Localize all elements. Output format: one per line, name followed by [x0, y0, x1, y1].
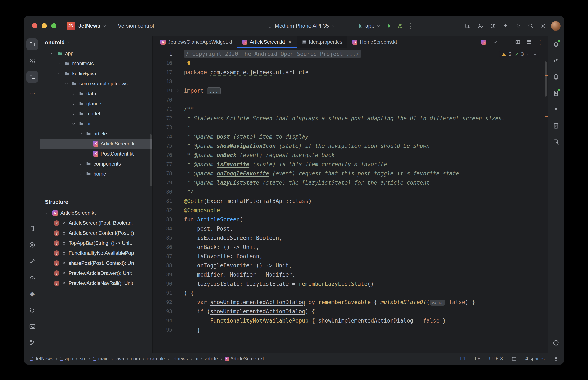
project-tree-item-article[interactable]: article: [41, 129, 152, 139]
tab-articlescreen-kt[interactable]: KArticleScreen.kt×: [237, 36, 297, 48]
line-number[interactable]: 84: [153, 224, 172, 233]
code-line[interactable]: 77 * @param isFavorite (state) is this i…: [153, 160, 547, 169]
project-tree-item-model[interactable]: model: [41, 109, 152, 119]
mirror-device-icon[interactable]: [463, 21, 473, 31]
code-line[interactable]: 89 modifier: Modifier = Modifier,: [153, 270, 547, 279]
tab-idea-properties[interactable]: idea.properties: [297, 36, 347, 48]
find-icon[interactable]: [550, 136, 562, 148]
code-line[interactable]: 87 isFavorite: Boolean,: [153, 252, 547, 261]
project-tree-item-data[interactable]: data: [41, 89, 152, 99]
indent-icon[interactable]: [512, 356, 517, 361]
breadcrumb-example[interactable]: example: [147, 356, 165, 361]
breadcrumb-jetnews[interactable]: jetnews: [172, 356, 188, 361]
running-devices-icon[interactable]: [26, 239, 38, 251]
device-manager-icon[interactable]: [26, 223, 38, 234]
profiler-icon[interactable]: [26, 272, 38, 284]
device-connect-icon[interactable]: [513, 21, 523, 31]
editor-list-icon[interactable]: [503, 38, 510, 46]
line-number[interactable]: 75: [153, 141, 172, 151]
lock-icon[interactable]: [553, 356, 559, 361]
error-stripe-mark[interactable]: [545, 75, 547, 76]
project-tree-item-postcontent-kt[interactable]: KPostContent.kt: [41, 149, 152, 159]
commit-icon[interactable]: [26, 55, 38, 66]
code-line[interactable]: 71/**: [153, 105, 547, 114]
structure-icon[interactable]: [26, 71, 38, 83]
code-line[interactable]: 78 * @param onToggleFavorite (event) req…: [153, 169, 547, 178]
code-line[interactable]: 92 var showUnimplementedActionDialog by …: [153, 298, 547, 307]
breadcrumb-java[interactable]: java: [115, 356, 124, 361]
line-number[interactable]: 80: [153, 187, 172, 196]
code-line[interactable]: 72 * Stateless Article Screen that displ…: [153, 114, 547, 123]
app-insights-icon[interactable]: [550, 120, 562, 132]
app-quality-insights-icon[interactable]: ◆: [26, 288, 38, 300]
gradle-icon[interactable]: [550, 55, 562, 66]
code-line[interactable]: 81@OptIn(ExperimentalMaterial3Api::class…: [153, 196, 547, 206]
breadcrumb-articlescreen-kt[interactable]: KArticleScreen.kt: [224, 356, 264, 361]
structure-item-articlescreencontent-post[interactable]: fArticleScreenContent(Post, (): [41, 228, 152, 238]
more-tool-windows-icon[interactable]: ⋯: [26, 87, 38, 99]
breadcrumb-ui[interactable]: ui: [195, 356, 198, 361]
line-number[interactable]: 71: [153, 105, 172, 114]
previous-problem-icon[interactable]: [526, 52, 530, 57]
line-number[interactable]: 86: [153, 243, 172, 252]
logcat-icon[interactable]: [26, 304, 38, 316]
code-line[interactable]: 93 if (showUnimplementedActionDialog) {: [153, 307, 547, 316]
code-line[interactable]: 86 onBack: () -> Unit,: [153, 243, 547, 252]
structure-root-articlescreen-kt[interactable]: KArticleScreen.kt: [41, 208, 152, 218]
run-button[interactable]: [385, 21, 394, 31]
project-tree-item-home[interactable]: home: [41, 169, 152, 179]
code-line[interactable]: 75 * @param showNavigationIcon (state) i…: [153, 141, 547, 151]
project-scrollbar[interactable]: [150, 134, 152, 187]
code-line[interactable]: 85 isExpandedScreen: Boolean,: [153, 233, 547, 243]
chevron-down-icon[interactable]: [57, 71, 62, 76]
code-line[interactable]: 70: [153, 95, 547, 105]
close-tab-icon[interactable]: ×: [288, 39, 291, 45]
line-number[interactable]: 92: [153, 298, 172, 307]
vcs-widget[interactable]: Version control: [115, 20, 163, 31]
line-number[interactable]: 74: [153, 132, 172, 141]
search-icon[interactable]: [526, 21, 535, 31]
project-view-selector[interactable]: Android: [41, 36, 152, 49]
split-editor-icon[interactable]: [514, 38, 521, 46]
project-selector[interactable]: JetNews: [75, 20, 110, 31]
line-number[interactable]: 82: [153, 206, 172, 215]
code-line[interactable]: 76 * @param onBack (event) request navig…: [153, 151, 547, 160]
running-devices-icon[interactable]: [550, 87, 562, 99]
code-line[interactable]: 18: [153, 77, 547, 86]
gemini-icon[interactable]: [550, 104, 562, 115]
line-number[interactable]: 94: [153, 316, 172, 325]
project-tree-item-app[interactable]: app: [41, 49, 152, 58]
fullscreen-window-button[interactable]: [51, 23, 57, 28]
line-number[interactable]: 72: [153, 114, 172, 123]
line-number[interactable]: 76: [153, 151, 172, 160]
ai-edit-icon[interactable]: [476, 21, 485, 31]
build-icon[interactable]: [26, 255, 38, 267]
settings-icon[interactable]: [538, 21, 548, 31]
code-line[interactable]: 16: [153, 58, 547, 68]
filters-icon[interactable]: [488, 21, 498, 31]
line-number[interactable]: 1: [153, 49, 172, 58]
line-number[interactable]: 85: [153, 233, 172, 243]
device-explorer-icon[interactable]: [550, 71, 562, 83]
more-run-actions-icon[interactable]: ⋮: [406, 21, 415, 31]
code-line[interactable]: 17package com.example.jetnews.ui.article: [153, 68, 547, 77]
code-line[interactable]: 82@Composable: [153, 206, 547, 215]
line-number[interactable]: 17: [153, 68, 172, 77]
structure-item-previewarticledrawer-unit[interactable]: fPreviewArticleDrawer(): Unit: [41, 268, 152, 278]
code-line[interactable]: 19import ...: [153, 86, 547, 95]
tab-jetnewsglanceappwidget-kt[interactable]: KJetnewsGlanceAppWidget.kt: [156, 36, 237, 48]
line-number[interactable]: 88: [153, 261, 172, 270]
chevron-right-icon[interactable]: [71, 101, 76, 106]
code-line[interactable]: 88 onToggleFavorite: () -> Unit,: [153, 261, 547, 270]
code-line[interactable]: 73 *: [153, 123, 547, 132]
breadcrumb-app[interactable]: app: [60, 356, 73, 361]
project-tree-item-glance[interactable]: glance: [41, 99, 152, 109]
code-line[interactable]: 79 * @param lazyListState (state) the [L…: [153, 178, 547, 187]
tab-homescreens-kt[interactable]: KHomeScreens.kt: [347, 36, 402, 48]
chevron-down-icon[interactable]: [64, 81, 69, 86]
project-tree-item-kotlin-java[interactable]: kotlin+java: [41, 69, 152, 79]
line-number[interactable]: 95: [153, 325, 172, 334]
project-tree-item-ui[interactable]: ui: [41, 119, 152, 129]
terminal-icon[interactable]: [26, 321, 38, 332]
breadcrumb-jetnews[interactable]: JetNews: [29, 356, 53, 361]
